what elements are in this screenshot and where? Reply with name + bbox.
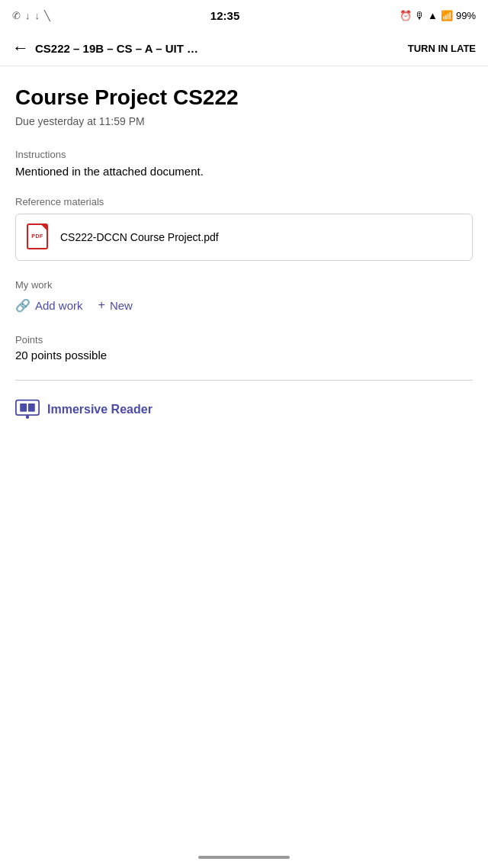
svg-rect-1 [20, 403, 27, 412]
diag-icon: ╲ [44, 10, 50, 21]
mic-icon: 🎙 [415, 10, 425, 21]
add-work-button[interactable]: 🔗 Add work [15, 298, 83, 313]
immersive-reader-icon [15, 399, 40, 420]
pdf-icon [27, 223, 51, 251]
reference-file-card[interactable]: CS222-DCCN Course Project.pdf [15, 214, 473, 261]
assignment-title: Course Project CS222 [15, 85, 473, 111]
divider [15, 380, 473, 381]
my-work-actions: 🔗 Add work + New [15, 298, 473, 313]
battery-label: 99% [456, 10, 476, 21]
reference-filename: CS222-DCCN Course Project.pdf [60, 231, 219, 243]
signal-icon: 📶 [441, 10, 453, 21]
svg-point-3 [26, 415, 29, 418]
plus-icon: + [98, 298, 105, 312]
status-left-icons: ✆ ↓ ↓ ╲ [12, 10, 50, 21]
my-work-label: My work [15, 279, 473, 291]
download-icon-1: ↓ [25, 10, 30, 21]
add-work-label: Add work [35, 299, 83, 312]
instructions-text: Mentioned in the attached document. [15, 165, 473, 178]
status-bar: ✆ ↓ ↓ ╲ 12:35 ⏰ 🎙 ▲ 📶 99% [0, 0, 488, 31]
immersive-reader-button[interactable]: Immersive Reader [15, 399, 473, 420]
nav-bar: ← CS222 – 19B – CS – A – UIT … TURN IN L… [0, 31, 488, 66]
new-button[interactable]: + New [98, 298, 133, 312]
download-icon-2: ↓ [35, 10, 40, 21]
main-content: Course Project CS222 Due yesterday at 11… [0, 66, 488, 439]
status-right-icons: ⏰ 🎙 ▲ 📶 99% [400, 10, 476, 21]
new-label: New [110, 299, 133, 312]
wifi-icon: ▲ [428, 10, 438, 21]
nav-title: CS222 – 19B – CS – A – UIT … [35, 42, 408, 55]
svg-rect-2 [28, 403, 35, 412]
status-time: 12:35 [210, 9, 239, 22]
bottom-home-bar [198, 856, 290, 859]
paperclip-icon: 🔗 [15, 298, 30, 313]
turn-in-late-button[interactable]: TURN IN LATE [408, 43, 476, 54]
instructions-label: Instructions [15, 149, 473, 160]
back-button[interactable]: ← [12, 38, 29, 58]
points-value: 20 points possible [15, 349, 473, 362]
reference-materials-label: Reference materials [15, 196, 473, 207]
points-label: Points [15, 334, 473, 346]
due-date: Due yesterday at 11:59 PM [15, 115, 473, 127]
immersive-reader-label: Immersive Reader [47, 403, 152, 416]
alarm-icon: ⏰ [400, 10, 412, 21]
call-icon: ✆ [12, 10, 21, 21]
svg-rect-0 [16, 400, 39, 415]
